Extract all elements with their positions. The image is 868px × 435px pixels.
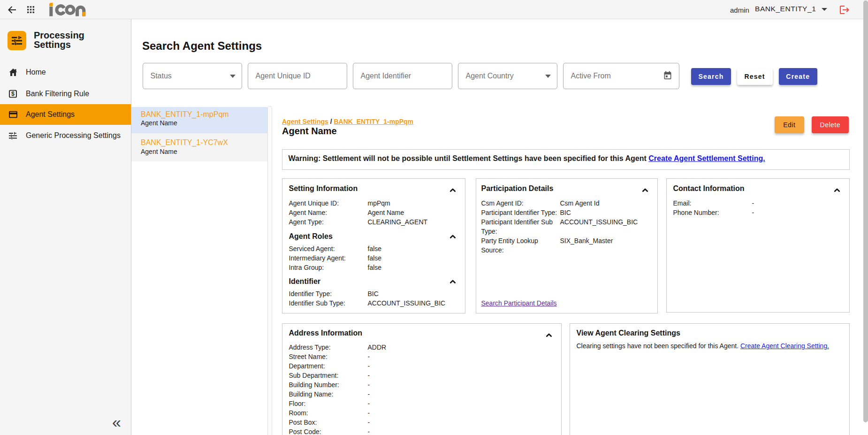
svg-text:$: $ xyxy=(11,91,15,97)
